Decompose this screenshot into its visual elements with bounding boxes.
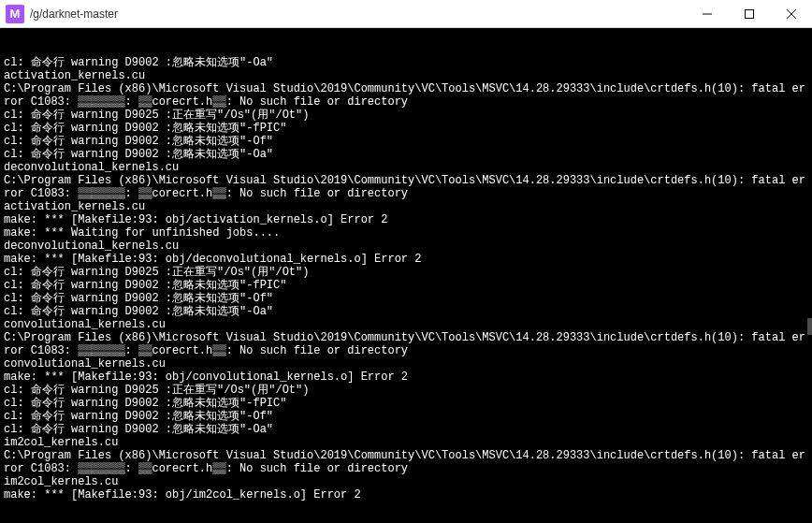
terminal-line: C:\Program Files (x86)\Microsoft Visual …: [4, 449, 808, 475]
terminal-output[interactable]: cl: 命令行 warning D9002 :忽略未知选项"-Oa"activa…: [0, 28, 812, 523]
terminal-line: cl: 命令行 warning D9002 :忽略未知选项"-Of": [4, 410, 808, 423]
terminal-line: convolutional_kernels.cu: [4, 318, 808, 331]
titlebar[interactable]: M /g/darknet-master: [0, 0, 812, 28]
terminal-line: cl: 命令行 warning D9025 :正在重写"/Os"(用"/Ot"): [4, 384, 808, 397]
window-controls: [686, 0, 812, 27]
terminal-line: activation_kernels.cu: [4, 69, 808, 82]
terminal-line: deconvolutional_kernels.cu: [4, 161, 808, 174]
terminal-line: cl: 命令行 warning D9002 :忽略未知选项"-fPIC": [4, 397, 808, 410]
terminal-line: make: *** [Makefile:93: obj/deconvolutio…: [4, 253, 808, 266]
terminal-line: cl: 命令行 warning D9002 :忽略未知选项"-Oa": [4, 56, 808, 69]
terminal-line: make: *** [Makefile:93: obj/activation_k…: [4, 213, 808, 226]
terminal-line: im2col_kernels.cu: [4, 475, 808, 488]
terminal-line: make: *** [Makefile:93: obj/convolutiona…: [4, 370, 808, 384]
app-icon: M: [6, 5, 24, 23]
terminal-line: C:\Program Files (x86)\Microsoft Visual …: [4, 82, 808, 109]
maximize-button[interactable]: [728, 0, 770, 27]
terminal-line: C:\Program Files (x86)\Microsoft Visual …: [4, 174, 808, 200]
terminal-line: cl: 命令行 warning D9025 :正在重写"/Os"(用"/Ot"): [4, 109, 808, 122]
terminal-line: deconvolutional_kernels.cu: [4, 240, 808, 253]
close-button[interactable]: [770, 0, 812, 27]
terminal-line: cl: 命令行 warning D9002 :忽略未知选项"-Of": [4, 292, 808, 305]
terminal-line: cl: 命令行 warning D9025 :正在重写"/Os"(用"/Ot"): [4, 266, 808, 279]
terminal-line: cl: 命令行 warning D9002 :忽略未知选项"-Oa": [4, 423, 808, 436]
window-title: /g/darknet-master: [30, 7, 686, 21]
terminal-line: convolutional_kernels.cu: [4, 357, 808, 370]
scrollbar-thumb[interactable]: [807, 318, 812, 335]
terminal-line: cl: 命令行 warning D9002 :忽略未知选项"-fPIC": [4, 122, 808, 135]
terminal-line: cl: 命令行 warning D9002 :忽略未知选项"-fPIC": [4, 279, 808, 292]
terminal-line: im2col_kernels.cu: [4, 436, 808, 449]
terminal-line: cl: 命令行 warning D9002 :忽略未知选项"-Oa": [4, 148, 808, 161]
terminal-line: activation_kernels.cu: [4, 200, 808, 213]
terminal-line: cl: 命令行 warning D9002 :忽略未知选项"-Of": [4, 135, 808, 148]
terminal-line: C:\Program Files (x86)\Microsoft Visual …: [4, 331, 808, 357]
minimize-button[interactable]: [686, 0, 728, 27]
terminal-line: cl: 命令行 warning D9002 :忽略未知选项"-Oa": [4, 305, 808, 318]
terminal-line: make: *** Waiting for unfinished jobs...…: [4, 226, 808, 240]
terminal-line: make: *** [Makefile:93: obj/im2col_kerne…: [4, 488, 808, 501]
svg-rect-1: [745, 9, 753, 18]
